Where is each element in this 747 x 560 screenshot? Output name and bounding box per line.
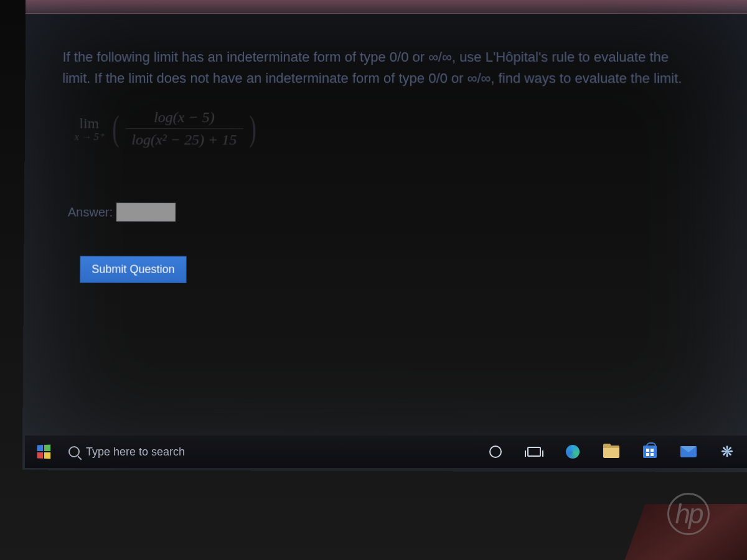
edge-icon — [566, 445, 580, 459]
gear-icon: ❋ — [721, 443, 733, 460]
header-bar — [26, 0, 747, 14]
search-placeholder: Type here to search — [86, 446, 185, 459]
settings-button[interactable]: ❋ — [718, 443, 736, 460]
edge-button[interactable] — [564, 443, 581, 460]
cortana-button[interactable] — [487, 443, 504, 460]
limit-operator: lim x → 5⁺ — [75, 115, 104, 142]
taskview-icon — [527, 447, 541, 457]
store-icon — [643, 446, 657, 458]
explorer-button[interactable] — [603, 443, 620, 460]
taskbar: Type here to search ❋ — [25, 436, 747, 468]
mail-icon — [680, 446, 697, 457]
question-prompt: If the following limit has an indetermin… — [62, 47, 686, 90]
store-button[interactable] — [641, 443, 659, 460]
limit-word: lim — [79, 115, 99, 132]
answer-input[interactable] — [116, 203, 176, 222]
answer-row: Answer: — [68, 203, 725, 223]
submit-button[interactable]: Submit Question — [80, 256, 187, 283]
search-icon — [68, 446, 80, 457]
fraction: log(x − 5) log(x² − 25) + 15 — [125, 108, 243, 149]
taskbar-right: ❋ — [487, 443, 742, 460]
folder-icon — [603, 446, 619, 458]
start-button[interactable] — [30, 439, 57, 464]
windows-icon — [37, 445, 51, 459]
taskbar-search[interactable]: Type here to search — [60, 440, 309, 464]
left-paren: ( — [112, 114, 119, 144]
answer-label: Answer: — [68, 205, 113, 219]
limit-approach: x → 5⁺ — [75, 131, 104, 142]
hp-logo: hp — [667, 493, 710, 535]
circle-icon — [489, 446, 502, 458]
denominator: log(x² − 25) + 15 — [125, 128, 243, 149]
mail-button[interactable] — [680, 443, 697, 460]
right-paren: ) — [249, 114, 256, 144]
task-view-button[interactable] — [525, 443, 543, 460]
math-expression: lim x → 5⁺ ( log(x − 5) log(x² − 25) + 1… — [75, 108, 724, 150]
numerator: log(x − 5) — [148, 108, 221, 128]
app-content: If the following limit has an indetermin… — [22, 0, 747, 472]
